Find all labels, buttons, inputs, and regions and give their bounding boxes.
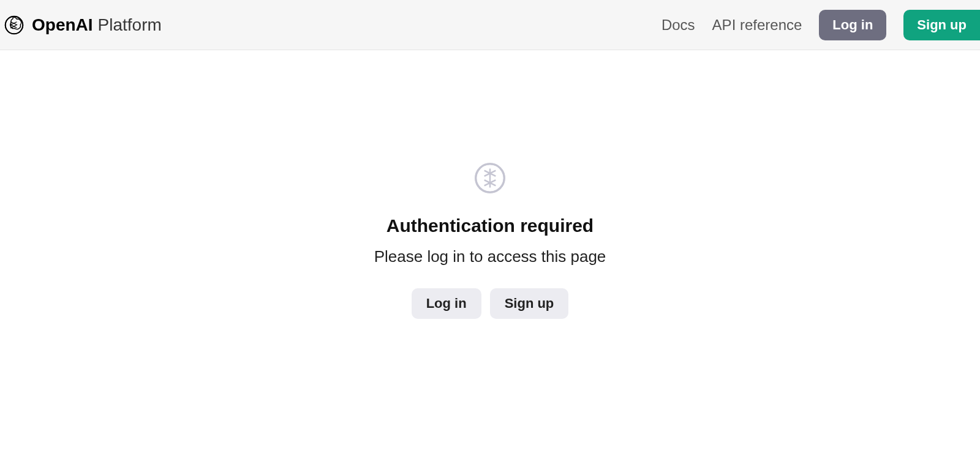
brand-name: OpenAI — [32, 15, 93, 35]
nav-link-api-reference[interactable]: API reference — [712, 17, 802, 34]
brand[interactable]: OpenAI Platform — [2, 13, 162, 37]
login-button[interactable]: Log in — [819, 10, 886, 40]
signup-button[interactable]: Sign up — [490, 288, 569, 319]
auth-required-title: Authentication required — [386, 215, 594, 236]
header: OpenAI Platform Docs API reference Log i… — [0, 0, 980, 50]
openai-logo-icon — [471, 159, 509, 197]
auth-required-subtitle: Please log in to access this page — [374, 247, 606, 266]
signup-button[interactable]: Sign up — [903, 10, 980, 40]
login-button[interactable]: Log in — [412, 288, 481, 319]
nav-link-docs[interactable]: Docs — [662, 17, 695, 34]
header-nav: Docs API reference Log in Sign up — [662, 10, 980, 40]
main-content: Authentication required Please log in to… — [0, 50, 980, 319]
brand-text: OpenAI Platform — [32, 15, 162, 35]
openai-logo-icon — [2, 13, 26, 37]
auth-actions: Log in Sign up — [412, 288, 569, 319]
brand-product: Platform — [98, 15, 162, 35]
